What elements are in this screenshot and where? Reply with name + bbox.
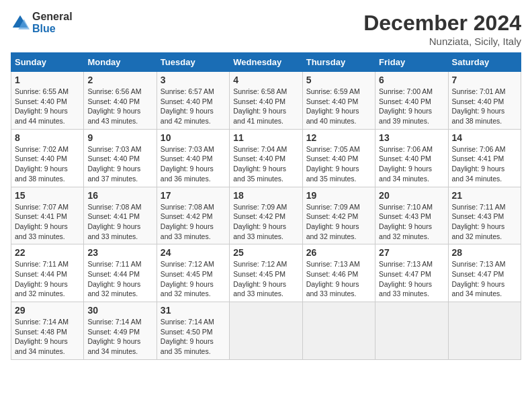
day-info: Sunrise: 7:05 AM Sunset: 4:40 PM Dayligh… <box>306 145 360 183</box>
week-row-3: 15Sunrise: 7:07 AM Sunset: 4:41 PM Dayli… <box>11 187 521 244</box>
day-cell: 23Sunrise: 7:11 AM Sunset: 4:44 PM Dayli… <box>84 244 157 302</box>
day-cell: 3Sunrise: 6:57 AM Sunset: 4:40 PM Daylig… <box>157 72 229 130</box>
day-info: Sunrise: 7:06 AM Sunset: 4:41 PM Dayligh… <box>452 145 506 183</box>
day-cell: 14Sunrise: 7:06 AM Sunset: 4:41 PM Dayli… <box>448 129 521 187</box>
col-header-tuesday: Tuesday <box>157 53 229 72</box>
week-row-5: 29Sunrise: 7:14 AM Sunset: 4:48 PM Dayli… <box>11 302 521 360</box>
week-row-2: 8Sunrise: 7:02 AM Sunset: 4:40 PM Daylig… <box>11 129 521 187</box>
day-number: 10 <box>161 132 226 143</box>
day-cell: 21Sunrise: 7:11 AM Sunset: 4:43 PM Dayli… <box>448 187 521 244</box>
day-cell: 22Sunrise: 7:11 AM Sunset: 4:44 PM Dayli… <box>11 244 84 302</box>
day-info: Sunrise: 7:07 AM Sunset: 4:41 PM Dayligh… <box>15 203 69 240</box>
day-info: Sunrise: 7:03 AM Sunset: 4:40 PM Dayligh… <box>161 145 214 183</box>
day-info: Sunrise: 6:55 AM Sunset: 4:40 PM Dayligh… <box>15 87 69 125</box>
day-info: Sunrise: 6:56 AM Sunset: 4:40 PM Dayligh… <box>87 87 141 125</box>
day-cell: 18Sunrise: 7:09 AM Sunset: 4:42 PM Dayli… <box>230 187 302 244</box>
column-headers: SundayMondayTuesdayWednesdayThursdayFrid… <box>11 53 521 72</box>
day-cell <box>230 302 302 360</box>
day-number: 31 <box>161 305 226 316</box>
day-cell: 5Sunrise: 6:59 AM Sunset: 4:40 PM Daylig… <box>302 72 375 130</box>
day-info: Sunrise: 7:11 AM Sunset: 4:44 PM Dayligh… <box>15 260 69 298</box>
logo: General Blue <box>11 11 73 35</box>
day-cell: 9Sunrise: 7:03 AM Sunset: 4:40 PM Daylig… <box>84 129 157 187</box>
col-header-saturday: Saturday <box>448 53 521 72</box>
day-number: 17 <box>161 190 226 201</box>
day-info: Sunrise: 6:59 AM Sunset: 4:40 PM Dayligh… <box>306 87 360 125</box>
day-info: Sunrise: 7:09 AM Sunset: 4:42 PM Dayligh… <box>233 203 287 240</box>
day-cell: 24Sunrise: 7:12 AM Sunset: 4:45 PM Dayli… <box>157 244 229 302</box>
day-info: Sunrise: 7:00 AM Sunset: 4:40 PM Dayligh… <box>379 87 433 125</box>
col-header-sunday: Sunday <box>11 53 84 72</box>
col-header-thursday: Thursday <box>302 53 375 72</box>
day-cell: 30Sunrise: 7:14 AM Sunset: 4:49 PM Dayli… <box>84 302 157 360</box>
day-number: 29 <box>15 305 80 316</box>
day-cell: 8Sunrise: 7:02 AM Sunset: 4:40 PM Daylig… <box>11 129 84 187</box>
day-info: Sunrise: 7:14 AM Sunset: 4:49 PM Dayligh… <box>87 318 141 355</box>
day-info: Sunrise: 7:06 AM Sunset: 4:40 PM Dayligh… <box>379 145 433 183</box>
day-number: 23 <box>87 247 152 258</box>
day-info: Sunrise: 7:12 AM Sunset: 4:45 PM Dayligh… <box>161 260 214 298</box>
day-info: Sunrise: 6:57 AM Sunset: 4:40 PM Dayligh… <box>161 87 214 125</box>
week-row-1: 1Sunrise: 6:55 AM Sunset: 4:40 PM Daylig… <box>11 72 521 130</box>
day-number: 16 <box>87 190 152 201</box>
day-cell: 27Sunrise: 7:13 AM Sunset: 4:47 PM Dayli… <box>375 244 448 302</box>
page-header: General Blue December 2024 Nunziata, Sic… <box>11 11 521 47</box>
day-cell: 15Sunrise: 7:07 AM Sunset: 4:41 PM Dayli… <box>11 187 84 244</box>
day-number: 9 <box>87 132 152 143</box>
title-block: December 2024 Nunziata, Sicily, Italy <box>363 11 521 47</box>
day-number: 15 <box>15 190 80 201</box>
day-info: Sunrise: 7:03 AM Sunset: 4:40 PM Dayligh… <box>87 145 141 183</box>
logo-icon <box>11 13 30 32</box>
day-info: Sunrise: 7:10 AM Sunset: 4:43 PM Dayligh… <box>379 203 433 240</box>
calendar-title: December 2024 <box>363 11 521 36</box>
day-cell <box>302 302 375 360</box>
day-cell: 4Sunrise: 6:58 AM Sunset: 4:40 PM Daylig… <box>230 72 302 130</box>
day-number: 25 <box>233 247 298 258</box>
day-number: 22 <box>15 247 80 258</box>
day-cell: 12Sunrise: 7:05 AM Sunset: 4:40 PM Dayli… <box>302 129 375 187</box>
day-info: Sunrise: 7:14 AM Sunset: 4:50 PM Dayligh… <box>161 318 214 355</box>
day-number: 4 <box>233 75 298 85</box>
col-header-friday: Friday <box>375 53 448 72</box>
day-cell: 25Sunrise: 7:12 AM Sunset: 4:45 PM Dayli… <box>230 244 302 302</box>
day-cell: 13Sunrise: 7:06 AM Sunset: 4:40 PM Dayli… <box>375 129 448 187</box>
day-info: Sunrise: 7:04 AM Sunset: 4:40 PM Dayligh… <box>233 145 287 183</box>
day-number: 2 <box>87 75 152 85</box>
day-cell: 19Sunrise: 7:09 AM Sunset: 4:42 PM Dayli… <box>302 187 375 244</box>
day-cell: 11Sunrise: 7:04 AM Sunset: 4:40 PM Dayli… <box>230 129 302 187</box>
day-cell: 28Sunrise: 7:13 AM Sunset: 4:47 PM Dayli… <box>448 244 521 302</box>
col-header-wednesday: Wednesday <box>230 53 302 72</box>
day-number: 6 <box>379 75 444 85</box>
day-number: 11 <box>233 132 298 143</box>
day-info: Sunrise: 7:13 AM Sunset: 4:47 PM Dayligh… <box>452 260 506 298</box>
day-number: 13 <box>379 132 444 143</box>
day-cell: 31Sunrise: 7:14 AM Sunset: 4:50 PM Dayli… <box>157 302 229 360</box>
day-number: 18 <box>233 190 298 201</box>
day-number: 21 <box>452 190 517 201</box>
day-number: 30 <box>87 305 152 316</box>
day-number: 5 <box>306 75 371 85</box>
day-number: 14 <box>452 132 517 143</box>
day-info: Sunrise: 6:58 AM Sunset: 4:40 PM Dayligh… <box>233 87 287 125</box>
day-cell: 16Sunrise: 7:08 AM Sunset: 4:41 PM Dayli… <box>84 187 157 244</box>
day-number: 12 <box>306 132 371 143</box>
day-cell: 17Sunrise: 7:08 AM Sunset: 4:42 PM Dayli… <box>157 187 229 244</box>
day-cell <box>448 302 521 360</box>
calendar-subtitle: Nunziata, Sicily, Italy <box>363 36 521 47</box>
week-row-4: 22Sunrise: 7:11 AM Sunset: 4:44 PM Dayli… <box>11 244 521 302</box>
calendar-table: SundayMondayTuesdayWednesdayThursdayFrid… <box>11 52 521 360</box>
day-number: 28 <box>452 247 517 258</box>
day-number: 19 <box>306 190 371 201</box>
day-info: Sunrise: 7:08 AM Sunset: 4:42 PM Dayligh… <box>161 203 214 240</box>
day-cell: 6Sunrise: 7:00 AM Sunset: 4:40 PM Daylig… <box>375 72 448 130</box>
day-info: Sunrise: 7:13 AM Sunset: 4:47 PM Dayligh… <box>379 260 433 298</box>
day-cell: 26Sunrise: 7:13 AM Sunset: 4:46 PM Dayli… <box>302 244 375 302</box>
col-header-monday: Monday <box>84 53 157 72</box>
day-info: Sunrise: 7:09 AM Sunset: 4:42 PM Dayligh… <box>306 203 360 240</box>
day-number: 3 <box>161 75 226 85</box>
day-number: 7 <box>452 75 517 85</box>
day-info: Sunrise: 7:14 AM Sunset: 4:48 PM Dayligh… <box>15 318 69 355</box>
day-number: 8 <box>15 132 80 143</box>
day-cell: 7Sunrise: 7:01 AM Sunset: 4:40 PM Daylig… <box>448 72 521 130</box>
day-info: Sunrise: 7:02 AM Sunset: 4:40 PM Dayligh… <box>15 145 69 183</box>
